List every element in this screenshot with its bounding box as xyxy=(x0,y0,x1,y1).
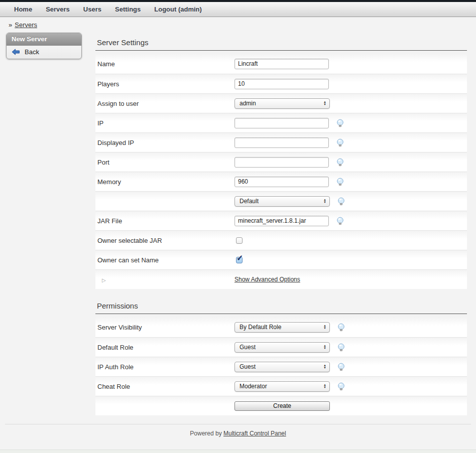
form-row-create: Create xyxy=(95,396,467,415)
footer: Powered by Multicraft Control Panel xyxy=(0,424,476,443)
hint-lightbulb-icon[interactable] xyxy=(337,197,345,206)
nav-item-users[interactable]: Users xyxy=(83,6,101,13)
select-stepper-icon: ▲▼ xyxy=(323,345,326,350)
ip-auth-role-select[interactable]: Guest ▲▼ xyxy=(234,362,330,372)
select-stepper-icon: ▲▼ xyxy=(323,325,326,330)
create-button[interactable]: Create xyxy=(234,401,330,411)
checkmark-icon: ✓ xyxy=(236,253,243,263)
sidebar-panel: New Server Back xyxy=(6,33,82,59)
permissions-heading: Permissions xyxy=(95,289,467,314)
form-row-ip: IP xyxy=(95,113,467,132)
ip-input[interactable] xyxy=(234,118,329,128)
hint-lightbulb-icon[interactable] xyxy=(337,323,345,332)
select-stepper-icon: ▲▼ xyxy=(323,101,326,106)
hint-lightbulb-icon[interactable] xyxy=(337,343,345,352)
cheat-role-select[interactable]: Moderator ▲▼ xyxy=(234,381,330,392)
hint-lightbulb-icon[interactable] xyxy=(336,138,344,147)
form-row-port: Port xyxy=(95,152,467,172)
assign-to-user-value: admin xyxy=(240,100,323,107)
nav-item-settings[interactable]: Settings xyxy=(115,6,141,13)
name-input[interactable] xyxy=(234,59,329,69)
owner-selectable-jar-checkbox[interactable]: ✓ xyxy=(236,237,243,244)
server-visibility-select[interactable]: By Default Role ▲▼ xyxy=(234,322,330,333)
select-stepper-icon: ▲▼ xyxy=(323,384,326,389)
main-content: Server Settings Name Players Assign to u… xyxy=(95,31,467,415)
hint-lightbulb-icon[interactable] xyxy=(336,217,344,225)
port-input[interactable] xyxy=(234,157,329,168)
form-row-assign-to-user: Assign to user admin ▲▼ xyxy=(95,93,467,113)
nav-item-home[interactable]: Home xyxy=(14,6,32,13)
displayed-ip-input[interactable] xyxy=(234,137,329,148)
form-row-players: Players xyxy=(95,74,467,93)
assign-to-user-label: Assign to user xyxy=(95,100,234,107)
nav-item-logout[interactable]: Logout (admin) xyxy=(154,6,202,13)
form-row-owner-can-set-name: Owner can set Name ✓ xyxy=(95,250,467,269)
bottom-strip xyxy=(0,449,476,453)
hint-lightbulb-icon[interactable] xyxy=(336,178,344,186)
memory-input[interactable] xyxy=(234,177,329,187)
name-label: Name xyxy=(95,60,234,68)
back-button[interactable]: Back xyxy=(7,46,81,59)
nav-item-servers[interactable]: Servers xyxy=(46,6,70,13)
show-advanced-options-link[interactable]: Show Advanced Options xyxy=(234,276,300,283)
sidebar-title: New Server xyxy=(7,33,81,46)
port-label: Port xyxy=(95,159,234,166)
form-row-advanced-options: ▷ Show Advanced Options xyxy=(95,269,467,289)
jar-file-label: JAR File xyxy=(95,217,234,225)
breadcrumb-servers-link[interactable]: Servers xyxy=(15,21,37,29)
owner-can-set-name-label: Owner can set Name xyxy=(95,256,234,264)
default-role-value: Guest xyxy=(240,344,323,351)
breadcrumb-marker: » xyxy=(9,21,12,29)
expander-triangle-icon[interactable]: ▷ xyxy=(102,277,106,283)
form-row-jar-file: JAR File xyxy=(95,211,467,230)
back-arrow-icon xyxy=(12,49,20,55)
powered-by-text: Powered by xyxy=(190,430,223,437)
memory-preset-value: Default xyxy=(240,198,323,205)
form-row-name: Name xyxy=(95,54,467,74)
server-visibility-label: Server Visibility xyxy=(95,324,234,331)
hint-lightbulb-icon[interactable] xyxy=(337,382,345,391)
form-row-server-visibility: Server Visibility By Default Role ▲▼ xyxy=(95,317,467,337)
hint-lightbulb-icon[interactable] xyxy=(337,363,345,371)
permissions-form: Server Visibility By Default Role ▲▼ Def… xyxy=(95,317,467,415)
form-row-memory: Memory xyxy=(95,172,467,191)
memory-label: Memory xyxy=(95,178,234,186)
form-row-displayed-ip: Displayed IP xyxy=(95,132,467,152)
jar-file-input[interactable] xyxy=(234,216,329,226)
owner-can-set-name-checkbox[interactable]: ✓ xyxy=(236,257,243,263)
displayed-ip-label: Displayed IP xyxy=(95,139,234,146)
memory-default-select[interactable]: Default ▲▼ xyxy=(234,196,330,207)
default-role-select[interactable]: Guest ▲▼ xyxy=(234,342,330,353)
multicraft-link[interactable]: Multicraft Control Panel xyxy=(223,430,286,437)
breadcrumb: »Servers xyxy=(0,17,476,31)
select-stepper-icon: ▲▼ xyxy=(323,199,326,204)
form-row-cheat-role: Cheat Role Moderator ▲▼ xyxy=(95,376,467,396)
ip-label: IP xyxy=(95,119,234,127)
select-stepper-icon: ▲▼ xyxy=(323,364,326,369)
default-role-label: Default Role xyxy=(95,344,234,351)
form-row-owner-selectable-jar: Owner selectable JAR ✓ xyxy=(95,230,467,250)
form-row-memory-preset: Default ▲▼ xyxy=(95,191,467,211)
top-nav-bar: Home Servers Users Settings Logout (admi… xyxy=(0,0,476,17)
hint-lightbulb-icon[interactable] xyxy=(336,158,344,167)
players-input[interactable] xyxy=(234,79,329,89)
owner-selectable-jar-label: Owner selectable JAR xyxy=(95,237,234,244)
server-settings-heading: Server Settings xyxy=(95,31,467,51)
server-visibility-value: By Default Role xyxy=(240,324,323,331)
assign-to-user-select[interactable]: admin ▲▼ xyxy=(234,98,330,109)
cheat-role-value: Moderator xyxy=(240,383,323,390)
hint-lightbulb-icon[interactable] xyxy=(336,119,344,127)
form-row-ip-auth-role: IP Auth Role Guest ▲▼ xyxy=(95,357,467,376)
cheat-role-label: Cheat Role xyxy=(95,383,234,390)
form-row-default-role: Default Role Guest ▲▼ xyxy=(95,337,467,357)
ip-auth-role-value: Guest xyxy=(240,363,323,370)
players-label: Players xyxy=(95,80,234,88)
back-label: Back xyxy=(25,48,39,56)
server-settings-form: Name Players Assign to user admin ▲▼ IP xyxy=(95,54,467,289)
ip-auth-role-label: IP Auth Role xyxy=(95,363,234,371)
